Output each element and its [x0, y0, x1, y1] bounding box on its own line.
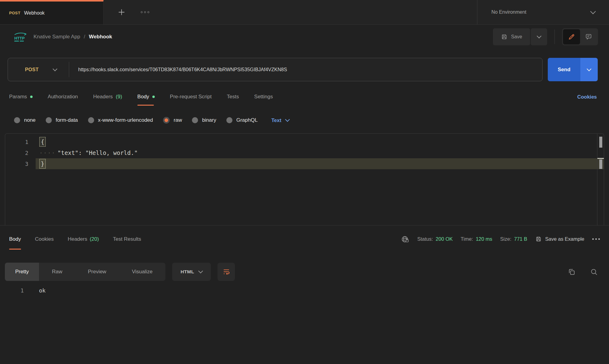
view-raw[interactable]: Raw [39, 263, 75, 281]
tab-strip [104, 0, 477, 24]
breadcrumb-request: Webhook [89, 34, 112, 40]
copy-button[interactable] [568, 268, 576, 276]
response-text: ok [39, 287, 46, 294]
body-type-raw[interactable]: raw [163, 117, 182, 124]
divider [554, 30, 555, 44]
response-body-line: 1 ok [5, 285, 46, 295]
body-type-urlencoded[interactable]: x-www-form-urlencoded [88, 117, 153, 123]
wrap-line-button[interactable] [218, 263, 235, 281]
size-value: 771 B [514, 236, 527, 242]
save-options-button[interactable] [531, 28, 547, 45]
tab-params[interactable]: Params [9, 88, 33, 106]
line-number: 1 [5, 287, 24, 294]
body-type-row: none form-data x-www-form-urlencoded raw… [14, 113, 597, 127]
body-type-none[interactable]: none [14, 117, 36, 123]
status-label: Status: [417, 236, 433, 242]
editor-scrollbar[interactable] [597, 134, 604, 225]
tab-label: Tests [227, 94, 239, 100]
response-tab-body[interactable]: Body [9, 226, 21, 253]
matched-bracket: { [39, 137, 46, 147]
network-globe-lock-icon[interactable] [401, 235, 409, 243]
view-preview[interactable]: Preview [75, 263, 119, 281]
status-value: 200 OK [436, 236, 453, 242]
chevron-down-icon [285, 117, 290, 122]
editor-line: 1 { [5, 136, 604, 147]
line-number: 3 [5, 158, 36, 169]
response-format-selector[interactable]: HTML [172, 263, 211, 281]
tab-label: Test Results [113, 236, 141, 242]
tab-options-icon[interactable] [141, 11, 149, 13]
save-as-example-label: Save as Example [545, 236, 584, 242]
view-pretty[interactable]: Pretty [5, 263, 39, 281]
svg-text:HTTP: HTTP [14, 36, 25, 40]
format-label: HTML [181, 269, 194, 275]
chevron-down-icon [587, 66, 592, 71]
headers-count: (20) [90, 236, 99, 242]
tab-label: Authorization [48, 94, 78, 100]
divider [69, 62, 69, 77]
headers-count: (9) [116, 94, 122, 100]
body-type-form-data[interactable]: form-data [46, 117, 78, 123]
radio-selected-icon [163, 117, 170, 124]
radio-label: binary [202, 117, 216, 123]
tab-prerequest-script[interactable]: Pre-request Script [170, 88, 212, 106]
tab-bar: POST Webhook No Environment [0, 0, 609, 25]
radio-icon [46, 117, 52, 123]
send-split-button: Send [548, 58, 598, 81]
tab-title: Webhook [24, 10, 44, 16]
url-box: POST https://hooks.slack.com/services/T0… [8, 58, 543, 81]
radio-label: form-data [56, 117, 78, 123]
floppy-icon [535, 236, 542, 242]
code-text: "text": "Hello, world." [58, 149, 138, 156]
editor-line-content: ···· "text": "Hello, world." [36, 147, 604, 158]
tab-settings[interactable]: Settings [254, 88, 273, 106]
size-label: Size: [500, 236, 512, 242]
raw-format-selector[interactable]: Text [271, 117, 289, 123]
response-options-icon[interactable] [592, 238, 600, 240]
tab-headers[interactable]: Headers (9) [93, 88, 122, 106]
new-tab-button[interactable] [117, 8, 126, 17]
environment-label: No Environment [491, 9, 526, 15]
radio-icon [192, 117, 198, 123]
breadcrumb-separator: / [84, 34, 85, 40]
save-as-example-button[interactable]: Save as Example [535, 236, 584, 242]
search-button[interactable] [590, 268, 598, 276]
copy-icon [568, 268, 576, 276]
matched-bracket: } [39, 159, 46, 169]
format-label: Text [271, 117, 281, 123]
breadcrumb-collection[interactable]: Knative Sample App [34, 34, 80, 40]
whitespace-dots: ···· [39, 149, 56, 156]
response-status-group: Status: 200 OK Time: 120 ms Size: 771 B [401, 226, 600, 253]
send-options-button[interactable] [580, 58, 598, 81]
green-dot-icon [152, 96, 155, 98]
request-url-row: POST https://hooks.slack.com/services/T0… [8, 58, 598, 81]
environment-selector[interactable]: No Environment [477, 0, 609, 24]
body-type-binary[interactable]: binary [192, 117, 216, 123]
editor-line: 2 ···· "text": "Hello, world." [5, 147, 604, 158]
tab-tests[interactable]: Tests [227, 88, 239, 106]
body-type-graphql[interactable]: GraphQL [226, 117, 258, 123]
editor-line-content: { [36, 136, 604, 147]
pencil-icon [568, 33, 575, 40]
chevron-down-icon[interactable] [52, 66, 57, 71]
tab-body[interactable]: Body [137, 88, 155, 106]
response-tab-headers[interactable]: Headers (20) [68, 226, 99, 253]
tab-label: Cookies [35, 236, 54, 242]
comment-button[interactable] [580, 29, 597, 44]
request-tab[interactable]: POST Webhook [0, 0, 104, 24]
view-visualize[interactable]: Visualize [119, 263, 165, 281]
method-selector[interactable]: POST [25, 67, 39, 72]
request-body-editor[interactable]: 1 { 2 ···· "text": "Hello, world." 3 } [5, 133, 604, 225]
tab-authorization[interactable]: Authorization [48, 88, 78, 106]
save-button[interactable]: Save [493, 28, 530, 45]
tab-label: Pre-request Script [170, 94, 212, 100]
send-button[interactable]: Send [548, 58, 580, 81]
response-tab-cookies[interactable]: Cookies [35, 226, 54, 253]
size-badge: Size: 771 B [500, 236, 527, 242]
radio-icon [88, 117, 94, 123]
floppy-icon [501, 33, 508, 40]
url-input[interactable]: https://hooks.slack.com/services/T06TD83… [78, 67, 287, 72]
cookies-link[interactable]: Cookies [577, 94, 597, 100]
edit-button[interactable] [563, 29, 580, 44]
response-tab-test-results[interactable]: Test Results [113, 226, 141, 253]
